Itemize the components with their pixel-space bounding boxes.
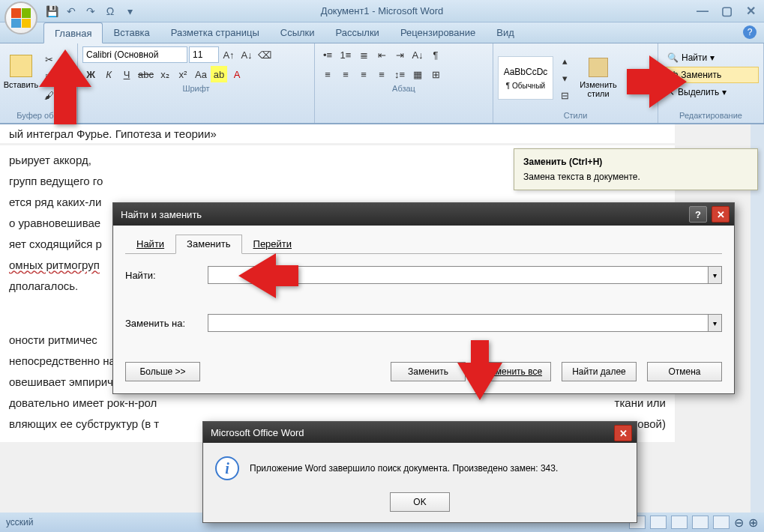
subscript-button[interactable]: x₂ xyxy=(157,66,173,82)
group-editing-label: Редактирование xyxy=(663,109,759,121)
line-spacing-button[interactable]: ↕≡ xyxy=(391,66,408,82)
message-close-button[interactable]: ✕ xyxy=(614,425,632,441)
chevron-down-icon: ▾ xyxy=(710,52,715,63)
find-label: Найти: xyxy=(125,270,208,281)
zoom-in-button[interactable]: ⊕ xyxy=(748,516,758,530)
italic-button[interactable]: К xyxy=(100,66,117,82)
undo-icon[interactable]: ↶ xyxy=(63,3,79,19)
clear-format-icon[interactable]: ⌫ xyxy=(256,46,273,63)
change-case-button[interactable]: Aa xyxy=(193,66,209,82)
shrink-font-icon[interactable]: A↓ xyxy=(238,46,255,63)
zoom-out-button[interactable]: ⊖ xyxy=(734,516,744,530)
multilevel-button[interactable]: ≣ xyxy=(355,46,372,63)
underline-button[interactable]: Ч xyxy=(118,66,135,82)
replace-input[interactable] xyxy=(208,314,709,332)
view-reading[interactable] xyxy=(650,516,667,529)
find-replace-dialog: Найти и заменить ? ✕ Найти Заменить Пере… xyxy=(112,202,735,394)
replace-tooltip: Заменить (Ctrl+H) Замена текста в докуме… xyxy=(514,148,758,190)
style-normal[interactable]: AaBbCcDc ¶ Обычный xyxy=(498,56,553,100)
window-title: Документ1 - Microsoft Word xyxy=(321,5,444,16)
tab-insert[interactable]: Вставка xyxy=(103,22,160,43)
message-title-bar[interactable]: Microsoft Office Word ✕ xyxy=(203,422,637,443)
dialog-tab-find[interactable]: Найти xyxy=(125,235,175,253)
show-marks-button[interactable]: ¶ xyxy=(427,46,444,63)
paste-icon xyxy=(10,55,32,77)
minimize-button[interactable]: — xyxy=(695,4,710,19)
replace-dropdown-icon[interactable]: ▾ xyxy=(709,314,722,332)
indent-inc-button[interactable]: ⇥ xyxy=(391,46,408,63)
styles-expand-icon[interactable]: ⊟ xyxy=(556,87,573,103)
tab-review[interactable]: Рецензирование xyxy=(390,22,486,43)
align-left-button[interactable]: ≡ xyxy=(319,66,336,82)
paste-button[interactable]: Вставить xyxy=(4,46,37,97)
superscript-button[interactable]: x² xyxy=(175,66,191,82)
dialog-help-button[interactable]: ? xyxy=(689,206,707,223)
font-size-combo[interactable]: 11 xyxy=(189,46,219,63)
borders-button[interactable]: ⊞ xyxy=(427,66,444,82)
font-color-button[interactable]: A xyxy=(229,66,245,82)
qat-dropdown-icon[interactable]: ▾ xyxy=(121,3,138,19)
justify-button[interactable]: ≡ xyxy=(373,66,390,82)
status-language[interactable]: усский xyxy=(6,517,34,528)
document-heading[interactable]: ый интеграл Фурье. Гипотеза и теории» xyxy=(0,124,675,143)
styles-up-icon[interactable]: ▴ xyxy=(556,52,573,69)
change-styles-button[interactable]: Изменить стили xyxy=(576,52,621,103)
info-icon: i xyxy=(215,456,239,480)
change-styles-icon xyxy=(589,58,608,77)
grow-font-icon[interactable]: A↑ xyxy=(220,46,237,63)
find-next-button[interactable]: Найти далее xyxy=(562,362,637,381)
paste-label: Вставить xyxy=(4,80,39,89)
group-styles-label: Стили xyxy=(498,109,653,121)
strike-button[interactable]: abc xyxy=(136,66,155,82)
group-font: Calibri (Основной 11 A↑ A↓ ⌫ Ж К Ч abc x… xyxy=(78,43,315,123)
help-button[interactable]: ? xyxy=(743,25,757,39)
highlight-button[interactable]: ab xyxy=(211,66,227,82)
maximize-button[interactable]: ▢ xyxy=(719,4,734,19)
chevron-down-icon: ▾ xyxy=(722,87,727,97)
close-button[interactable]: ✕ xyxy=(743,4,758,19)
save-icon[interactable]: 💾 xyxy=(43,3,60,19)
view-draft[interactable] xyxy=(713,516,730,529)
find-dropdown-icon[interactable]: ▾ xyxy=(709,266,722,284)
tooltip-text: Замена текста в документе. xyxy=(523,172,748,182)
text-line: довательно имеет рок-н-ролткани или xyxy=(9,394,666,412)
replace-one-button[interactable]: Заменить xyxy=(391,362,466,381)
svg-marker-1 xyxy=(627,55,687,108)
tab-references[interactable]: Ссылки xyxy=(270,22,325,43)
dialog-tab-goto[interactable]: Перейти xyxy=(242,235,304,253)
annotation-arrow-4 xyxy=(457,340,502,400)
more-button[interactable]: Больше >> xyxy=(125,362,200,381)
tab-page-layout[interactable]: Разметка страницы xyxy=(160,22,270,43)
dialog-close-button[interactable]: ✕ xyxy=(712,206,730,223)
tooltip-title: Заменить (Ctrl+H) xyxy=(523,157,748,167)
dialog-tab-replace[interactable]: Заменить xyxy=(175,235,241,254)
quick-access-toolbar: 💾 ↶ ↷ Ω ▾ xyxy=(43,3,138,19)
message-title: Microsoft Office Word xyxy=(211,427,304,438)
office-button[interactable] xyxy=(4,1,37,34)
ok-button[interactable]: OK xyxy=(390,492,450,512)
view-web[interactable] xyxy=(671,516,688,529)
cancel-button[interactable]: Отмена xyxy=(647,362,722,381)
view-outline[interactable] xyxy=(692,516,709,529)
redo-icon[interactable]: ↷ xyxy=(82,3,99,19)
align-center-button[interactable]: ≡ xyxy=(337,66,354,82)
group-paragraph-label: Абзац xyxy=(319,82,488,94)
tab-view[interactable]: Вид xyxy=(486,22,525,43)
sort-button[interactable]: A↓ xyxy=(409,46,426,63)
tab-mailings[interactable]: Рассылки xyxy=(325,22,390,43)
font-family-combo[interactable]: Calibri (Основной xyxy=(82,46,187,63)
replace-with-label: Заменить на: xyxy=(125,318,208,329)
message-box: Microsoft Office Word ✕ i Приложение Wor… xyxy=(202,421,637,523)
change-styles-label: Изменить стили xyxy=(576,80,621,98)
annotation-arrow-2 xyxy=(627,55,687,108)
omega-icon[interactable]: Ω xyxy=(102,3,118,19)
dialog-title-bar[interactable]: Найти и заменить ? ✕ xyxy=(113,203,734,226)
styles-down-icon[interactable]: ▾ xyxy=(556,70,573,86)
bullets-button[interactable]: •≡ xyxy=(319,46,336,63)
numbering-button[interactable]: 1≡ xyxy=(337,46,354,63)
svg-marker-3 xyxy=(457,340,502,400)
shading-button[interactable]: ▦ xyxy=(409,66,426,82)
indent-dec-button[interactable]: ⇤ xyxy=(373,46,390,63)
tab-home[interactable]: Главная xyxy=(43,22,103,43)
align-right-button[interactable]: ≡ xyxy=(355,66,372,82)
